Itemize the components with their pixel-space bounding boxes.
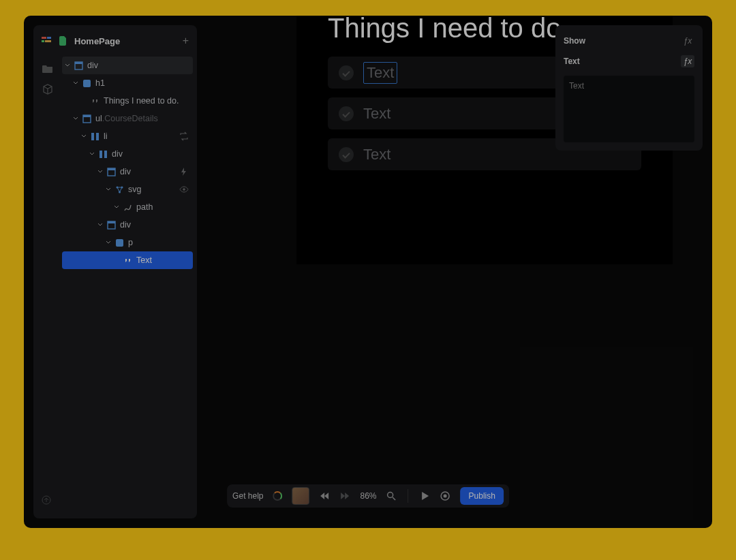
caret-down-icon[interactable] xyxy=(97,222,103,228)
spinner-icon xyxy=(273,491,282,501)
tree-label: Things I need to do. xyxy=(104,96,179,106)
repeat-icon[interactable] xyxy=(179,131,189,141)
box-icon xyxy=(107,168,116,176)
record-icon[interactable] xyxy=(440,491,451,501)
fx-button[interactable]: ƒx xyxy=(681,35,694,47)
path-icon xyxy=(123,203,132,212)
svg-icon xyxy=(115,185,124,194)
svg-rect-20 xyxy=(108,221,115,223)
svg-rect-8 xyxy=(83,115,91,117)
inspector-show-label: Show xyxy=(564,36,681,46)
play-icon[interactable] xyxy=(420,491,431,501)
box-icon xyxy=(74,61,83,70)
tree-row-li[interactable]: li xyxy=(78,127,193,145)
tree-row-div-root[interactable]: div xyxy=(62,57,193,74)
paragraph-icon xyxy=(115,238,124,247)
tree-label: div xyxy=(120,167,131,176)
svg-point-25 xyxy=(444,495,447,498)
tree-row-p[interactable]: p xyxy=(103,234,193,251)
fx-button-active[interactable]: ƒx xyxy=(681,55,694,67)
svg-rect-5 xyxy=(75,62,82,64)
inspector-text-label: Text xyxy=(564,57,681,66)
tree-label: li xyxy=(104,131,108,141)
box-icon xyxy=(82,114,91,123)
tree-row-text-selected[interactable]: Text xyxy=(62,251,193,269)
svg-rect-0 xyxy=(42,37,46,39)
svg-rect-9 xyxy=(91,133,94,140)
tree-row-h1-text[interactable]: Things I need to do. xyxy=(78,92,193,110)
svg-rect-1 xyxy=(47,37,51,39)
caret-down-icon[interactable] xyxy=(81,134,87,139)
avatar[interactable] xyxy=(292,487,309,505)
tree-row-path[interactable]: path xyxy=(111,198,193,216)
rewind-icon[interactable] xyxy=(319,491,330,501)
upload-icon[interactable] xyxy=(42,495,51,505)
forward-icon[interactable] xyxy=(339,491,350,501)
left-panel: HomePage + div h1 Th xyxy=(33,25,197,518)
publish-button[interactable]: Publish xyxy=(461,487,504,505)
app-logo-icon xyxy=(42,35,52,46)
bottom-toolbar: Get help 86% Publish xyxy=(227,484,509,508)
tree-row-ul[interactable]: ul.CourseDetails xyxy=(70,110,193,127)
tree-label: Text xyxy=(136,255,152,265)
caret-down-icon[interactable] xyxy=(89,151,95,157)
bolt-icon[interactable] xyxy=(179,167,189,176)
tree-label: h1 xyxy=(95,78,105,88)
get-help-button[interactable]: Get help xyxy=(232,491,263,501)
caret-down-icon[interactable] xyxy=(65,63,70,68)
eye-icon[interactable] xyxy=(179,185,189,194)
columns-icon xyxy=(91,132,99,141)
side-icon-column xyxy=(33,63,53,95)
tree-label: svg xyxy=(128,185,141,194)
check-icon[interactable] xyxy=(339,147,354,162)
box-icon xyxy=(107,221,116,230)
svg-point-23 xyxy=(388,493,393,498)
caret-down-icon[interactable] xyxy=(106,240,111,245)
todo-text-editing[interactable]: Text xyxy=(363,62,397,84)
panel-header: HomePage + xyxy=(37,32,193,54)
check-icon[interactable] xyxy=(339,65,354,80)
caret-down-icon[interactable] xyxy=(106,187,111,192)
tree-label: div xyxy=(112,149,123,159)
tree-row-div[interactable]: div xyxy=(95,216,193,234)
svg-rect-6 xyxy=(83,80,91,87)
svg-rect-12 xyxy=(104,151,107,158)
inspector-panel: Show ƒx Text ƒx Text xyxy=(555,25,703,151)
inspector-show-row: Show ƒx xyxy=(564,33,694,48)
check-icon[interactable] xyxy=(339,106,354,121)
caret-down-icon[interactable] xyxy=(73,80,78,86)
tree-label: div xyxy=(87,61,98,70)
zoom-level[interactable]: 86% xyxy=(360,491,376,501)
caret-down-icon[interactable] xyxy=(73,116,78,121)
page-name[interactable]: HomePage xyxy=(74,36,176,46)
todo-text[interactable]: Text xyxy=(363,105,390,123)
inspector-text-row: Text ƒx xyxy=(564,54,694,69)
divider xyxy=(408,489,409,503)
panel-footer xyxy=(37,491,193,512)
caret-down-icon[interactable] xyxy=(97,169,103,174)
tree-row-div[interactable]: div xyxy=(87,145,193,163)
add-button[interactable]: + xyxy=(183,35,189,47)
tree-row-h1[interactable]: h1 xyxy=(70,74,193,92)
svg-rect-2 xyxy=(42,40,44,42)
svg-rect-14 xyxy=(108,168,115,170)
heading-icon xyxy=(82,79,91,88)
svg-point-18 xyxy=(183,188,185,191)
cube-icon[interactable] xyxy=(42,84,53,95)
file-icon xyxy=(59,36,67,46)
columns-icon xyxy=(99,150,108,159)
quote-icon xyxy=(123,256,132,265)
quote-icon xyxy=(91,97,99,106)
tree-row-svg[interactable]: svg xyxy=(103,181,193,198)
tree-label: ul.CourseDetails xyxy=(95,114,158,123)
tree-label: div xyxy=(120,220,131,230)
app-shell: Things I need to do. Text Text Text xyxy=(24,16,712,528)
search-icon[interactable] xyxy=(386,491,397,501)
todo-text[interactable]: Text xyxy=(363,146,390,164)
caret-down-icon[interactable] xyxy=(114,204,119,210)
tree-row-div[interactable]: div xyxy=(95,163,193,181)
inspector-text-input[interactable]: Text xyxy=(564,76,694,142)
folder-icon[interactable] xyxy=(42,63,53,74)
svg-rect-11 xyxy=(99,151,102,158)
svg-rect-21 xyxy=(116,239,123,247)
